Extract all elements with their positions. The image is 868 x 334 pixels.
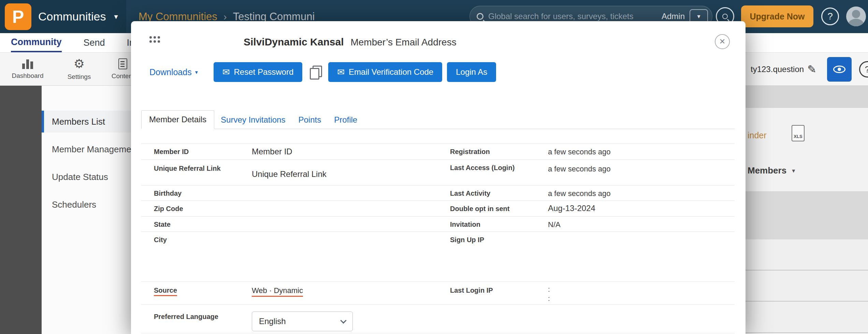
community-domain-text: ty123.question [751,53,804,86]
upgrade-now-button[interactable]: Upgrade Now [741,5,813,27]
sidebar-item-update-status[interactable]: Update Status [42,166,139,188]
detail-row-member-id: Member ID Member ID Registration a few s… [141,143,735,159]
help-button-secondary[interactable]: ? [859,61,868,78]
search-icon [477,13,483,20]
modal-close-button[interactable]: ✕ [715,34,730,49]
field-value: a few seconds ago [548,148,610,156]
chevron-down-icon: ▾ [792,167,795,175]
field-label: Last Access (Login) [450,164,515,172]
detail-row-preferred-language: Preferred Language English [141,304,735,333]
login-as-button[interactable]: Login As [447,62,496,82]
reset-password-button[interactable]: ✉ Reset Password [214,62,303,82]
downloads-dropdown[interactable]: Downloads ▾ [149,67,198,77]
member-name-title: SilviDynamic Kansal [244,36,344,48]
field-label: Last Activity [450,190,490,197]
nav-tab-community[interactable]: Community [11,33,62,52]
drag-handle-icon[interactable] [149,36,160,43]
member-email-subtitle: Member’s Email Address [350,37,456,48]
avatar[interactable] [846,6,866,26]
field-value-highlighted: Web · Dynamic [252,286,303,297]
field-value: Member ID [252,147,292,156]
copy-icon[interactable] [310,66,321,79]
chevron-right-icon: › [223,11,227,23]
chevron-down-icon: ▾ [697,13,700,20]
field-value: a few seconds ago [548,189,610,198]
gear-icon: ⚙ [74,58,85,70]
tab-points[interactable]: Points [292,111,328,129]
reset-password-label: Reset Password [234,67,294,77]
app-name: Communities [38,10,106,23]
envelope-icon: ✉ [222,68,230,76]
detail-row-birthday: Birthday Last Activity a few seconds ago [141,185,735,200]
field-label: Unique Referral Link [154,165,221,172]
background-content: inder XLS Members ▾ [746,86,868,334]
question-icon: ? [865,64,868,75]
email-verification-code-button[interactable]: ✉ Email Verification Code [328,62,442,82]
bar-chart-icon [22,59,33,69]
question-icon: ? [827,11,833,22]
modal-actions: Downloads ▾ ✉ Reset Password ✉ Email Ver… [149,62,496,82]
app-logo[interactable]: P [5,3,31,30]
background-strip [746,86,868,108]
help-button[interactable]: ? [821,8,839,25]
close-icon: ✕ [719,37,725,46]
nav-tab-send[interactable]: Send [84,33,105,52]
chevron-down-icon [340,317,346,323]
background-panel: inder XLS Members ▾ [746,108,868,191]
email-verification-label: Email Verification Code [349,67,433,77]
field-label: Member ID [154,148,189,156]
sidebar-item-schedulers[interactable]: Schedulers [42,194,139,215]
reminder-link-fragment[interactable]: inder [748,130,767,140]
sidebar-item-members-list[interactable]: Members List [42,111,139,133]
preferred-language-select[interactable]: English [252,311,353,331]
search-icon [722,14,728,19]
field-value: Unique Referral Link [252,169,327,179]
tab-survey-invitations[interactable]: Survey Invitations [214,111,292,129]
members-dropdown-label: Members [748,165,786,176]
xls-export-icon[interactable]: XLS [792,125,805,141]
ip-line: : [548,285,550,294]
detail-row-state: State Invitation N/A [141,216,735,232]
field-value: Aug-13-2024 [548,204,595,213]
downloads-label: Downloads [149,67,192,77]
envelope-icon: ✉ [337,68,345,76]
field-label: Sign Up IP [450,236,484,244]
chevron-down-icon: ▾ [195,69,198,75]
detail-row-source: Source Web · Dynamic Last Login IP : : [141,281,735,304]
toolbar-item-label: Settings [68,73,91,81]
global-search-input[interactable] [488,12,657,21]
field-label: State [154,221,171,228]
members-dropdown[interactable]: Members ▾ [748,165,795,176]
modal-titlebar: SilviDynamic Kansal Member’s Email Addre… [244,36,457,48]
app-switcher[interactable]: Communities ▾ [38,0,118,33]
member-details-table: Member ID Member ID Registration a few s… [141,143,735,333]
toolbar-item-settings[interactable]: ⚙ Settings [59,53,100,86]
pencil-icon: ✎ [807,63,816,76]
toolbar-item-dashboard[interactable]: Dashboard [7,53,48,86]
screen: P Communities ▾ My Communities › Testing… [0,0,868,334]
sidebar-item-member-management[interactable]: Member Management [42,138,139,160]
sidebar: Members List Member Management Update St… [42,86,139,334]
field-label: Zip Code [154,205,183,213]
tab-profile[interactable]: Profile [328,111,364,129]
preview-button[interactable] [827,57,852,82]
selected-language: English [259,317,286,326]
detail-row-city: City Sign Up IP [141,232,735,281]
field-label-highlighted: Source [154,287,177,296]
member-details-modal: SilviDynamic Kansal Member’s Email Addre… [131,21,746,334]
background-table-header [746,191,868,239]
field-label: Birthday [154,190,182,197]
toolbar-item-label: Dashboard [12,72,44,80]
search-scope-label: Admin [662,12,685,21]
detail-row-referral-link: Unique Referral Link Unique Referral Lin… [141,159,735,185]
edit-domain-button[interactable]: ✎ [807,53,816,86]
ip-line: : [548,294,550,303]
field-label: Last Login IP [450,287,493,294]
document-icon [118,58,127,69]
eye-icon [833,66,845,73]
tab-member-details[interactable]: Member Details [141,110,214,129]
background-table-rows [746,239,868,334]
modal-tabs: Member Details Survey Invitations Points… [141,111,735,129]
field-value: N/A [548,220,561,229]
detail-row-zip-code: Zip Code Double opt in sent Aug-13-2024 [141,200,735,216]
